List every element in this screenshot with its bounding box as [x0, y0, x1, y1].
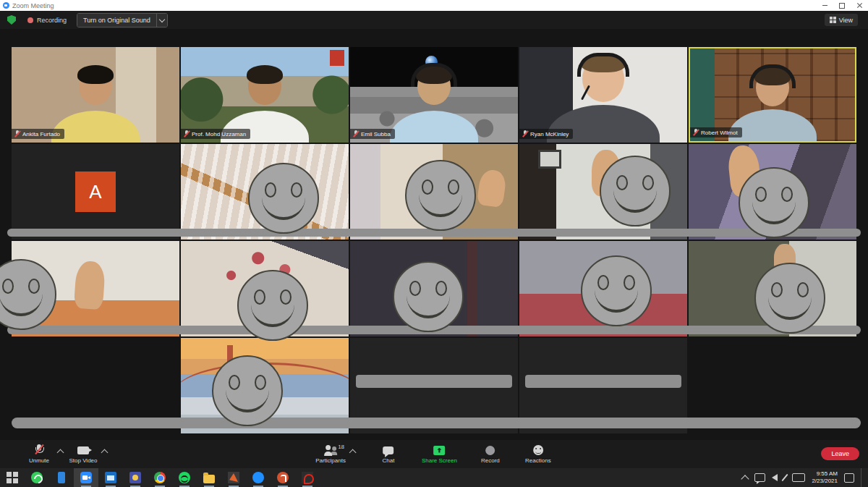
tray-pen-icon[interactable] — [782, 474, 788, 481]
reactions-button[interactable]: Reactions — [524, 444, 553, 464]
taskbar-teams-icon[interactable] — [123, 468, 148, 487]
recording-indicator: Recording — [27, 17, 67, 24]
raised-hand — [74, 261, 106, 310]
tray-touch-keyboard-icon[interactable] — [792, 473, 805, 482]
video-tile-avatar[interactable]: A — [12, 144, 179, 240]
tray-speaker-icon[interactable] — [772, 474, 778, 481]
windows-taskbar: 9:55 AM 2/23/2021 — [0, 468, 868, 487]
zoom-meeting-window: Zoom Meeting Recording Turn on Original … — [0, 0, 868, 487]
hidden-icons-caret[interactable] — [741, 475, 749, 483]
smiley-face-overlay — [739, 167, 809, 238]
smiley-face-overlay — [393, 261, 464, 332]
taskbar-outlook-icon[interactable] — [98, 468, 123, 487]
meeting-toolbar: Unmute Stop Video 18 Participants — [0, 440, 868, 468]
participant-name-label: Prof. Mohd Uzzaman — [181, 129, 250, 139]
taskbar-whatsapp-icon[interactable] — [25, 468, 49, 487]
audio-options-caret[interactable] — [57, 449, 64, 457]
maximize-button[interactable] — [833, 0, 851, 11]
mic-muted-icon — [35, 444, 43, 456]
taskbar-phone-icon[interactable] — [49, 468, 74, 487]
action-center-icon[interactable] — [844, 473, 854, 483]
view-button[interactable]: View — [825, 14, 858, 26]
reactions-icon — [533, 445, 543, 455]
video-tile-robert[interactable]: Robert Wilmot — [689, 47, 856, 143]
redaction-bar — [12, 418, 861, 428]
smiley-face-overlay — [212, 355, 283, 426]
video-gallery: Ankita Furtado Prof. Mohd Uzzaman Emil S… — [0, 29, 868, 440]
participants-count: 18 — [338, 444, 344, 450]
smiley-face-overlay — [600, 156, 671, 226]
video-tile-emil[interactable]: Emil Subba — [350, 47, 518, 143]
headphones-icon — [749, 64, 796, 88]
stop-video-button[interactable]: Stop Video — [69, 444, 98, 464]
smiley-face-overlay — [754, 263, 825, 334]
taskbar-powerpoint-icon[interactable] — [271, 468, 295, 487]
video-tile-ryan[interactable]: Ryan McKinley — [519, 47, 687, 143]
mic-muted-icon — [522, 130, 528, 137]
raised-hand — [477, 169, 508, 208]
window-title-bar: Zoom Meeting — [0, 0, 868, 11]
tray-chat-icon[interactable] — [754, 473, 765, 482]
recording-dot-icon — [27, 17, 33, 23]
zoom-app-icon — [3, 2, 9, 9]
start-button[interactable] — [0, 468, 25, 487]
mic-muted-icon — [353, 130, 359, 137]
minimize-button[interactable] — [816, 0, 833, 11]
camera-icon — [77, 446, 89, 454]
encryption-shield-icon[interactable] — [7, 15, 16, 25]
headset-icon — [577, 53, 629, 77]
participants-options-caret[interactable] — [349, 449, 356, 457]
taskbar-time: 9:55 AM — [817, 470, 838, 478]
window-title: Zoom Meeting — [12, 2, 54, 9]
chat-button[interactable]: Chat — [374, 444, 403, 464]
gallery-grid-icon — [830, 17, 836, 23]
taskbar-spotify-icon[interactable] — [172, 468, 197, 487]
mic-muted-icon — [693, 129, 699, 136]
meeting-top-bar: Recording Turn on Original Sound View — [0, 11, 868, 29]
taskbar-zoom-icon[interactable] — [74, 468, 98, 487]
video-tile-ankita[interactable]: Ankita Furtado — [12, 47, 179, 143]
leave-button[interactable]: Leave — [821, 447, 859, 460]
headphones-icon — [411, 63, 457, 87]
video-options-caret[interactable] — [101, 449, 109, 457]
close-button[interactable] — [851, 0, 868, 11]
participant-avatar: A — [75, 171, 116, 212]
unmute-button[interactable]: Unmute — [25, 444, 54, 464]
record-icon — [485, 446, 495, 455]
chat-icon — [383, 446, 393, 454]
windows-start-icon — [7, 472, 18, 483]
smiley-face-overlay — [405, 160, 476, 231]
taskbar-file-explorer-icon[interactable] — [197, 468, 221, 487]
basketball-hoop — [538, 150, 561, 169]
redaction-bar — [356, 375, 512, 388]
original-sound-dropdown[interactable] — [156, 14, 167, 27]
participant-name-label: Robert Wilmot — [690, 127, 742, 137]
taskbar-chrome-icon[interactable] — [148, 468, 172, 487]
taskbar-matlab-icon[interactable] — [221, 468, 246, 487]
redaction-bar — [525, 375, 681, 388]
mic-muted-icon — [184, 130, 190, 137]
record-button[interactable]: Record — [476, 444, 505, 464]
share-screen-icon — [433, 446, 445, 455]
participants-button[interactable]: 18 Participants — [315, 444, 346, 464]
smiley-face-overlay — [581, 255, 652, 326]
smiley-face-overlay — [248, 163, 319, 234]
participant-name-label: Ryan McKinley — [519, 129, 573, 139]
participant-name-label: Emil Subba — [350, 129, 395, 139]
smiley-face-overlay — [237, 270, 308, 341]
taskbar-messenger-icon[interactable] — [246, 468, 271, 487]
original-sound-button[interactable]: Turn on Original Sound — [77, 13, 168, 27]
participant-name-label: Ankita Furtado — [12, 129, 64, 139]
share-screen-button[interactable]: Share Screen — [422, 444, 457, 464]
mic-muted-icon — [14, 130, 20, 137]
taskbar-acrobat-icon[interactable] — [295, 468, 320, 487]
taskbar-clock[interactable]: 9:55 AM 2/23/2021 — [812, 470, 838, 485]
video-tile-prof[interactable]: Prof. Mohd Uzzaman — [181, 47, 349, 143]
participants-icon: 18 — [324, 445, 337, 456]
taskbar-date: 2/23/2021 — [812, 478, 838, 485]
show-desktop-button[interactable] — [861, 468, 865, 487]
chevron-down-icon — [159, 16, 165, 22]
